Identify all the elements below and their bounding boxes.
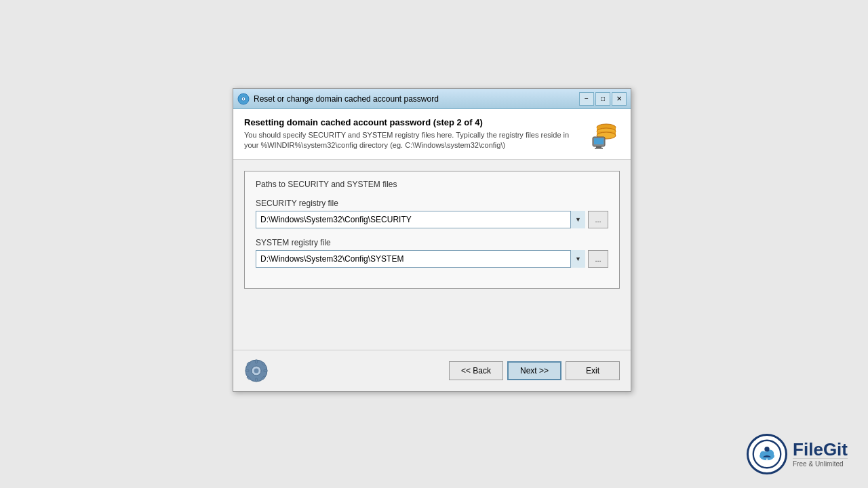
filegit-tagline: Free & Unlimited [793, 458, 848, 468]
section-box: Paths to SECURITY and SYSTEM files SECUR… [244, 171, 620, 289]
svg-rect-16 [256, 378, 258, 382]
system-dropdown[interactable]: D:\Windows\System32\Config\SYSTEM [256, 250, 585, 268]
dialog-window: Reset or change domain cached account pa… [233, 88, 631, 392]
svg-rect-17 [245, 369, 249, 371]
next-button[interactable]: Next >> [507, 361, 561, 380]
close-button[interactable]: ✕ [612, 92, 627, 106]
system-dropdown-wrapper: D:\Windows\System32\Config\SYSTEM ▼ [256, 250, 585, 268]
security-field-label: SECURITY registry file [256, 199, 608, 208]
system-browse-button[interactable]: ... [588, 250, 608, 268]
minimize-button[interactable]: − [579, 92, 594, 106]
desktop: Reset or change domain cached account pa… [0, 0, 868, 488]
app-icon [237, 93, 250, 105]
svg-rect-15 [256, 360, 258, 363]
security-dropdown[interactable]: D:\Windows\System32\Config\SECURITY [256, 211, 585, 228]
dialog-header: Resetting domain cached account password… [233, 109, 631, 160]
exit-button[interactable]: Exit [566, 361, 620, 380]
title-bar-buttons: − □ ✕ [579, 92, 627, 106]
header-content: Resetting domain cached account password… [244, 117, 579, 151]
step-description: You should specify SECURITY and SYSTEM r… [244, 130, 579, 151]
system-field-row: D:\Windows\System32\Config\SYSTEM ▼ ... [256, 250, 608, 268]
filegit-text: FileGit Free & Unlimited [793, 441, 848, 468]
svg-rect-9 [594, 138, 604, 144]
filegit-name: FileGit [793, 441, 848, 458]
svg-point-14 [254, 368, 259, 373]
maximize-button[interactable]: □ [595, 92, 610, 106]
header-icon [587, 118, 620, 150]
security-browse-button[interactable]: ... [588, 211, 608, 228]
svg-point-2 [243, 98, 244, 99]
system-field-group: SYSTEM registry file D:\Windows\System32… [256, 238, 608, 268]
back-button[interactable]: << Back [449, 361, 503, 380]
system-field-label: SYSTEM registry file [256, 238, 608, 247]
svg-rect-11 [595, 148, 603, 149]
dialog-title: Reset or change domain cached account pa… [254, 94, 579, 104]
title-bar: Reset or change domain cached account pa… [233, 89, 631, 109]
gear-icon [244, 359, 269, 383]
dialog-content: Paths to SECURITY and SYSTEM files SECUR… [233, 160, 631, 350]
section-label: Paths to SECURITY and SYSTEM files [256, 180, 608, 189]
step-title: Resetting domain cached account password… [244, 117, 579, 127]
filegit-watermark: FileGit Free & Unlimited [747, 434, 848, 474]
dialog-footer: << Back Next >> Exit [233, 350, 631, 391]
security-field-group: SECURITY registry file D:\Windows\System… [256, 199, 608, 228]
security-field-row: D:\Windows\System32\Config\SECURITY ▼ ..… [256, 211, 608, 228]
filegit-logo-circle [747, 434, 787, 474]
footer-buttons: << Back Next >> Exit [449, 361, 620, 380]
security-dropdown-wrapper: D:\Windows\System32\Config\SECURITY ▼ [256, 211, 585, 228]
svg-point-27 [764, 447, 769, 451]
svg-rect-18 [264, 369, 267, 371]
svg-rect-10 [596, 146, 601, 148]
